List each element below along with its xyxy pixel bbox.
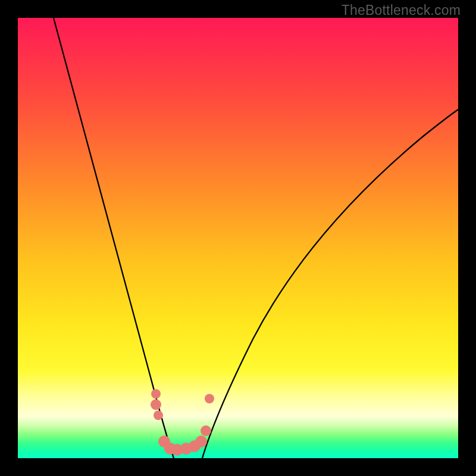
bottleneck-markers — [151, 389, 214, 456]
svg-point-9 — [195, 436, 207, 447]
watermark-text: TheBottleneck.com — [342, 2, 461, 18]
chart-svg — [18, 18, 458, 458]
svg-point-1 — [151, 389, 161, 399]
chart-frame — [18, 18, 458, 458]
right-curve — [202, 109, 458, 458]
svg-point-10 — [201, 425, 211, 436]
svg-point-3 — [154, 411, 163, 420]
svg-point-11 — [205, 394, 214, 403]
svg-point-2 — [151, 399, 161, 410]
